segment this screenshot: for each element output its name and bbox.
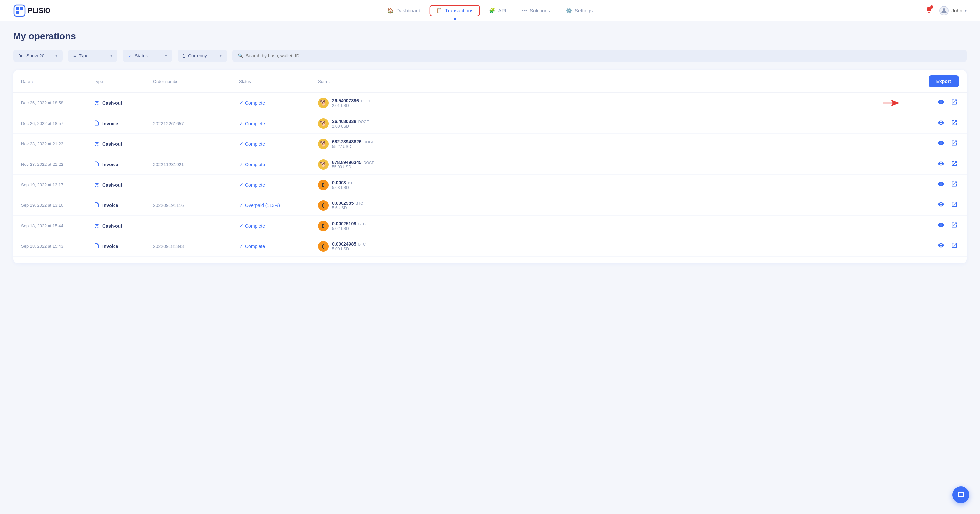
table-row: Sep 18, 2022 at 15:43 Invoice 2022091813… bbox=[13, 236, 967, 257]
show-count-filter[interactable]: 👁 Show 20 ▾ bbox=[13, 49, 63, 62]
user-menu-button[interactable]: John ▾ bbox=[939, 6, 967, 15]
cell-status: ✓ Complete bbox=[239, 161, 318, 168]
sum-values: 0.0003 BTC 5.63 USD bbox=[332, 180, 355, 190]
sum-values: 26.4080338 DOGE 2.00 USD bbox=[332, 118, 369, 129]
coin-icon: ₿ bbox=[318, 221, 329, 231]
status-label: Complete bbox=[245, 101, 265, 106]
currency-filter[interactable]: ₿ Currency ▾ bbox=[178, 49, 227, 62]
coin-icon: ₿ bbox=[318, 241, 329, 252]
cell-type: Invoice bbox=[94, 161, 153, 168]
user-name: John bbox=[951, 8, 962, 13]
search-input[interactable] bbox=[246, 53, 961, 59]
crypto-amount: 0.00025109 BTC bbox=[332, 221, 366, 226]
nav-item-transactions[interactable]: 📋 Transactions bbox=[430, 5, 480, 16]
sum-values: 0.00024985 BTC 5.00 USD bbox=[332, 241, 366, 251]
cell-status: ✓ Complete bbox=[239, 182, 318, 188]
view-button[interactable] bbox=[937, 118, 946, 129]
nav-item-settings[interactable]: ⚙️ Settings bbox=[559, 5, 599, 16]
view-button[interactable] bbox=[937, 200, 946, 211]
logo-text: PLISIO bbox=[28, 6, 51, 15]
nav-item-dashboard[interactable]: 🏠 Dashboard bbox=[381, 5, 427, 16]
open-external-button[interactable] bbox=[950, 139, 959, 149]
type-label: Invoice bbox=[102, 244, 118, 249]
cell-order: 202212261657 bbox=[153, 121, 239, 126]
cell-order: 202209181343 bbox=[153, 244, 239, 249]
sum-values: 0.00025109 BTC 5.02 USD bbox=[332, 221, 366, 231]
view-button[interactable] bbox=[937, 139, 946, 149]
open-external-button[interactable] bbox=[950, 97, 959, 109]
status-label: Complete bbox=[245, 244, 265, 249]
nav-item-api[interactable]: 🧩 API bbox=[482, 5, 512, 16]
status-label: Complete bbox=[245, 182, 265, 188]
table-row: Nov 23, 2022 at 21:22 Invoice 2022112319… bbox=[13, 154, 967, 175]
view-button[interactable] bbox=[937, 97, 946, 109]
cell-actions bbox=[906, 200, 959, 211]
cell-sum: 🐕 26.54007396 DOGE 2.01 USD bbox=[318, 98, 906, 109]
type-filter[interactable]: ≡ Type ▾ bbox=[68, 49, 118, 62]
cell-sum: 🐕 26.4080338 DOGE 2.00 USD bbox=[318, 118, 906, 129]
table-row: Sep 19, 2022 at 13:17 Cash-out ✓ Complet… bbox=[13, 175, 967, 195]
header: PLISIO 🏠 Dashboard 📋 Transactions 🧩 API … bbox=[0, 0, 980, 21]
status-filter[interactable]: ✓ Status ▾ bbox=[123, 49, 172, 62]
view-button[interactable] bbox=[937, 220, 946, 231]
nav-item-solutions[interactable]: ••• Solutions bbox=[515, 5, 557, 16]
filter-bar: 👁 Show 20 ▾ ≡ Type ▾ ✓ Status ▾ ₿ Curren… bbox=[13, 49, 967, 62]
type-label: Invoice bbox=[102, 121, 118, 126]
cell-date: Sep 19, 2022 at 13:16 bbox=[21, 203, 94, 208]
cell-order: 202211231921 bbox=[153, 162, 239, 167]
cell-type: Cash-out bbox=[94, 140, 153, 147]
status-check-icon: ✓ bbox=[239, 120, 243, 126]
sum-values: 0.0002985 BTC 5.6 USD bbox=[332, 201, 363, 211]
coin-icon: ₿ bbox=[318, 180, 329, 190]
status-label: Status bbox=[135, 53, 148, 59]
col-header-date: Date ↕ bbox=[21, 79, 94, 84]
logo: PLISIO bbox=[13, 4, 51, 17]
view-button[interactable] bbox=[937, 159, 946, 170]
table-body: Dec 26, 2022 at 18:58 Cash-out ✓ Complet… bbox=[13, 93, 967, 257]
main-content: My operations 👁 Show 20 ▾ ≡ Type ▾ ✓ Sta… bbox=[0, 21, 980, 273]
open-external-button[interactable] bbox=[950, 159, 959, 170]
open-external-button[interactable] bbox=[950, 118, 959, 129]
view-button[interactable] bbox=[937, 179, 946, 190]
svg-point-5 bbox=[943, 8, 945, 11]
open-external-button[interactable] bbox=[950, 179, 959, 190]
cell-date: Nov 23, 2022 at 21:22 bbox=[21, 162, 94, 167]
type-icon bbox=[94, 99, 100, 106]
type-label: Invoice bbox=[102, 203, 118, 208]
sum-sort-icon[interactable]: ↕ bbox=[328, 79, 330, 83]
cell-sum: 🐕 678.89496345 DOGE 55.00 USD bbox=[318, 159, 906, 170]
notification-dot bbox=[930, 5, 934, 9]
cell-actions bbox=[906, 139, 959, 149]
export-button[interactable]: Export bbox=[929, 75, 959, 87]
table-row: Dec 26, 2022 at 18:58 Cash-out ✓ Complet… bbox=[13, 93, 967, 113]
svg-rect-2 bbox=[20, 7, 23, 10]
status-check-icon: ✓ bbox=[239, 100, 243, 106]
type-label: Cash-out bbox=[102, 182, 123, 188]
usd-amount: 5.63 USD bbox=[332, 185, 355, 190]
usd-amount: 5.02 USD bbox=[332, 226, 366, 231]
cell-type: Cash-out bbox=[94, 222, 153, 229]
main-nav: 🏠 Dashboard 📋 Transactions 🧩 API ••• Sol… bbox=[381, 5, 600, 16]
page-title: My operations bbox=[13, 31, 967, 42]
currency-chevron-icon: ▾ bbox=[220, 54, 222, 58]
table-row: Dec 26, 2022 at 18:57 Invoice 2022122616… bbox=[13, 113, 967, 134]
status-check-icon: ✓ bbox=[239, 182, 243, 188]
notification-bell-button[interactable] bbox=[925, 6, 933, 15]
open-external-button[interactable] bbox=[950, 241, 959, 252]
sum-values: 682.28943826 DOGE 55.27 USD bbox=[332, 139, 374, 149]
cell-date: Sep 18, 2022 at 15:43 bbox=[21, 244, 94, 249]
open-external-button[interactable] bbox=[950, 200, 959, 211]
view-button[interactable] bbox=[937, 241, 946, 252]
crypto-amount: 26.54007396 DOGE bbox=[332, 98, 372, 104]
open-external-button[interactable] bbox=[950, 220, 959, 231]
dots-icon: ••• bbox=[522, 8, 527, 13]
cell-actions bbox=[906, 97, 959, 109]
cell-actions bbox=[906, 220, 959, 231]
date-sort-icon[interactable]: ↕ bbox=[31, 79, 33, 83]
calendar-icon: 📋 bbox=[436, 8, 442, 14]
cell-sum: 🐕 682.28943826 DOGE 55.27 USD bbox=[318, 139, 906, 149]
status-check-icon: ✓ bbox=[239, 202, 243, 208]
status-label: Complete bbox=[245, 162, 265, 167]
status-check-icon: ✓ bbox=[239, 141, 243, 147]
status-label: Complete bbox=[245, 223, 265, 228]
